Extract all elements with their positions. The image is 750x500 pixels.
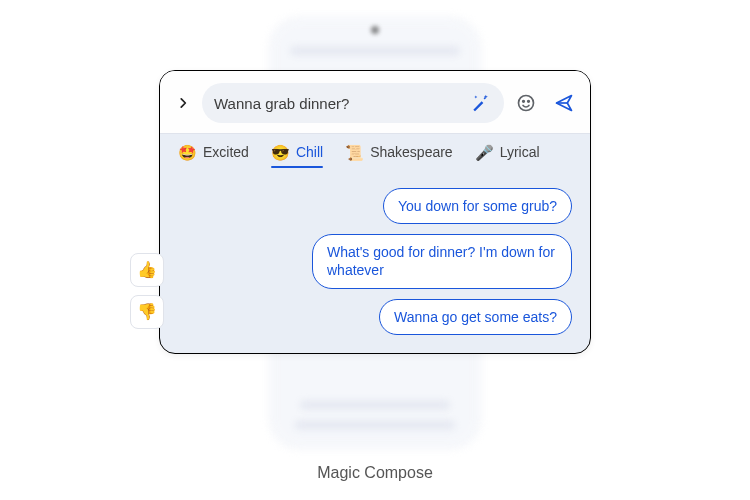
svg-point-1 [523, 101, 525, 103]
excited-emoji-icon: 🤩 [178, 145, 197, 160]
style-tab-lyrical[interactable]: 🎤 Lyrical [475, 144, 540, 166]
emoji-icon[interactable] [514, 91, 538, 115]
message-input-text: Wanna grab dinner? [214, 95, 460, 112]
style-tab-excited[interactable]: 🤩 Excited [178, 144, 249, 166]
thumbs-down-button[interactable]: 👎 [130, 295, 164, 329]
expand-chevron-icon[interactable] [174, 94, 192, 112]
magic-wand-icon[interactable] [468, 91, 492, 115]
suggestion-bubble[interactable]: You down for some grub? [383, 188, 572, 224]
lyrical-emoji-icon: 🎤 [475, 145, 494, 160]
svg-point-0 [519, 96, 534, 111]
message-input-pill[interactable]: Wanna grab dinner? [202, 83, 504, 123]
suggestion-bubble[interactable]: What's good for dinner? I'm down for wha… [312, 234, 572, 288]
style-tab-label: Shakespeare [370, 144, 453, 160]
suggestion-bubble[interactable]: Wanna go get some eats? [379, 299, 572, 335]
phone-blur-line [290, 46, 460, 56]
magic-compose-panel: Wanna grab dinner? 🤩 Excited 😎 Chill 📜 S… [159, 70, 591, 354]
phone-notch [371, 26, 379, 34]
style-tab-label: Chill [296, 144, 323, 160]
style-tabs: 🤩 Excited 😎 Chill 📜 Shakespeare 🎤 Lyrica… [160, 133, 590, 172]
feedback-rail: 👍 👎 [130, 253, 164, 329]
style-tab-shakespeare[interactable]: 📜 Shakespeare [345, 144, 453, 166]
send-icon[interactable] [552, 91, 576, 115]
suggestions-area: You down for some grub? What's good for … [160, 172, 590, 339]
thumbs-up-button[interactable]: 👍 [130, 253, 164, 287]
chill-emoji-icon: 😎 [271, 145, 290, 160]
phone-blur-line [300, 400, 450, 410]
shakespeare-emoji-icon: 📜 [345, 145, 364, 160]
svg-point-2 [528, 101, 530, 103]
phone-blur-line [295, 420, 455, 430]
compose-bar: Wanna grab dinner? [160, 71, 590, 133]
thumbs-down-icon: 👎 [137, 302, 157, 321]
caption-text: Magic Compose [317, 464, 433, 482]
style-tab-label: Excited [203, 144, 249, 160]
style-tab-label: Lyrical [500, 144, 540, 160]
style-tab-chill[interactable]: 😎 Chill [271, 144, 323, 166]
thumbs-up-icon: 👍 [137, 260, 157, 279]
